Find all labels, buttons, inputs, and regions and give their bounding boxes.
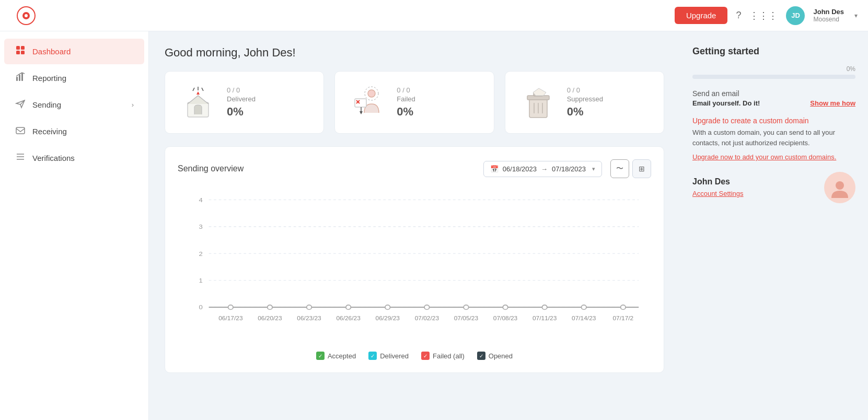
sidebar-item-dashboard-label: Dashboard (32, 47, 134, 56)
header: Upgrade ? ⋮⋮⋮ JD John Des Moosend ▾ (0, 0, 868, 31)
svg-point-44 (268, 305, 273, 310)
sidebar-item-sending[interactable]: Sending › (4, 92, 144, 118)
svg-rect-3 (16, 46, 20, 50)
legend-failed-checkbox[interactable]: ✓ (421, 352, 430, 360)
svg-line-17 (193, 88, 194, 91)
date-from: 06/18/2023 (503, 165, 537, 173)
date-range-picker[interactable]: 📅 06/18/2023 → 07/18/2023 ▾ (483, 161, 602, 177)
failed-illustration (350, 84, 386, 121)
svg-text:07/02/23: 07/02/23 (415, 315, 439, 321)
delivered-ratio: 0 / 0 (227, 86, 256, 94)
upgrade-domain-section: Upgrade to create a custom domain With a… (692, 116, 855, 161)
svg-text:4: 4 (199, 196, 202, 203)
svg-point-52 (581, 305, 586, 310)
svg-text:2: 2 (199, 250, 202, 257)
receiving-icon (15, 125, 26, 138)
show-me-how-link[interactable]: Show me how (810, 99, 855, 107)
chart-grid-icon: ⊞ (639, 165, 645, 173)
legend-delivered-checkbox[interactable]: ✓ (368, 352, 377, 360)
chart-legend: ✓ Accepted ✓ Delivered ✓ Failed (all) ✓ … (178, 352, 651, 360)
legend-item-accepted: ✓ Accepted (316, 352, 356, 360)
svg-text:07/11/23: 07/11/23 (533, 315, 557, 321)
suppressed-illustration (520, 84, 557, 121)
stat-card-failed: 0 / 0 Failed 0% (334, 71, 494, 134)
failed-label: Failed (397, 95, 415, 103)
progress-percent: 0% (692, 65, 855, 73)
getting-started-title: Getting started (692, 46, 855, 57)
reporting-icon (15, 72, 26, 85)
svg-marker-18 (196, 91, 200, 95)
profile-avatar-large (824, 172, 855, 203)
svg-text:06/23/23: 06/23/23 (297, 315, 321, 321)
svg-rect-7 (16, 77, 18, 81)
legend-item-delivered: ✓ Delivered (368, 352, 409, 360)
svg-rect-8 (19, 75, 20, 81)
chevron-down-icon[interactable]: ▾ (854, 12, 858, 19)
legend-accepted-checkbox[interactable]: ✓ (316, 352, 325, 360)
sidebar-item-reporting[interactable]: Reporting (4, 65, 144, 91)
legend-item-opened: ✓ Opened (477, 352, 513, 360)
svg-text:0: 0 (199, 304, 202, 311)
legend-delivered-label: Delivered (380, 352, 409, 360)
user-avatar: JD (786, 6, 805, 25)
svg-line-16 (202, 88, 203, 91)
logo (10, 6, 42, 25)
chart-title: Sending overview (178, 164, 475, 173)
user-info: John Des Moosend (813, 8, 844, 23)
legend-opened-checkbox[interactable]: ✓ (477, 352, 485, 360)
svg-text:06/26/23: 06/26/23 (336, 315, 360, 321)
chart-grid-view-button[interactable]: ⊞ (632, 159, 651, 178)
svg-rect-4 (21, 46, 25, 50)
svg-point-49 (464, 305, 469, 310)
delivered-info: 0 / 0 Delivered 0% (227, 86, 256, 119)
stat-card-suppressed: 0 / 0 Suppressed 0% (505, 71, 664, 134)
stat-card-delivered: 0 / 0 Delivered 0% (165, 71, 324, 134)
date-arrow-icon: → (541, 165, 548, 173)
user-profile-section: John Des Account Settings (692, 172, 855, 203)
svg-point-65 (836, 181, 844, 190)
progress-bar-background (692, 75, 855, 79)
upgrade-domain-desc: With a custom domain, you can send to al… (692, 127, 855, 148)
sidebar-item-receiving[interactable]: Receiving (4, 119, 144, 144)
svg-point-2 (25, 14, 28, 17)
page-title: Good morning, John Des! (165, 46, 664, 60)
date-to: 07/18/2023 (552, 165, 586, 173)
svg-text:06/29/23: 06/29/23 (376, 315, 400, 321)
svg-point-19 (368, 90, 375, 97)
sending-chevron-icon: › (132, 101, 134, 109)
svg-rect-5 (16, 51, 20, 54)
delivered-label: Delivered (227, 95, 256, 103)
svg-rect-6 (21, 51, 25, 54)
stats-row: 0 / 0 Delivered 0% (165, 71, 664, 134)
upgrade-domain-link[interactable]: Upgrade now to add your own custom domai… (692, 153, 836, 161)
profile-name: John Des (692, 177, 744, 186)
help-icon-button[interactable]: ? (736, 10, 741, 21)
apps-icon-button[interactable]: ⋮⋮⋮ (749, 10, 778, 21)
upgrade-button[interactable]: Upgrade (675, 7, 728, 24)
task-send-email: Send an email Email yourself. Do it! Sho… (692, 89, 855, 107)
chart-section: Sending overview 📅 06/18/2023 → 07/18/20… (165, 146, 664, 373)
delivered-percent: 0% (227, 105, 256, 119)
svg-point-45 (307, 305, 312, 310)
chart-line-icon: 〜 (616, 164, 623, 173)
chart-view-buttons: 〜 ⊞ (610, 159, 651, 178)
svg-text:1: 1 (199, 277, 202, 284)
svg-rect-10 (16, 127, 25, 134)
verifications-icon (15, 151, 26, 165)
task-send-email-title: Send an email (692, 89, 855, 98)
chart-line-view-button[interactable]: 〜 (610, 159, 629, 178)
delivered-illustration (180, 84, 216, 121)
account-settings-link[interactable]: Account Settings (692, 190, 744, 197)
chart-svg: 4 3 2 1 0 (178, 189, 651, 345)
chart-area: 4 3 2 1 0 (178, 189, 651, 345)
legend-accepted-label: Accepted (328, 352, 356, 360)
sidebar-item-verifications-label: Verifications (32, 154, 134, 162)
calendar-icon: 📅 (490, 165, 499, 173)
user-company: Moosend (813, 16, 844, 23)
failed-ratio: 0 / 0 (397, 86, 415, 94)
failed-info: 0 / 0 Failed 0% (397, 86, 415, 119)
failed-percent: 0% (397, 105, 415, 119)
sidebar-item-verifications[interactable]: Verifications (4, 145, 144, 171)
sidebar-item-dashboard[interactable]: Dashboard (4, 39, 144, 64)
svg-rect-9 (21, 73, 23, 81)
